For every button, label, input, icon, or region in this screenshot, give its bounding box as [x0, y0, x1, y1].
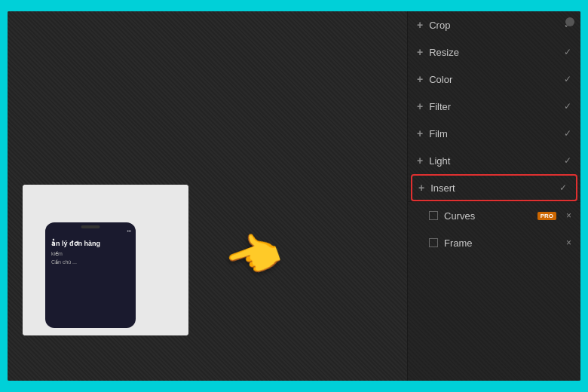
plus-icon-film: + — [417, 127, 423, 139]
item-label-color: Color — [429, 74, 571, 85]
hand-pointer-icon: 👉 — [219, 221, 290, 290]
plus-icon-color: + — [417, 73, 423, 85]
plus-icon-filter: + — [417, 100, 423, 112]
close-icon-curves[interactable]: × — [566, 210, 571, 221]
pro-badge-curves: PRO — [537, 212, 556, 220]
panel-item-curves[interactable]: Curves PRO × — [408, 202, 580, 229]
window-controls — [565, 17, 574, 26]
panel-item-light[interactable]: + Light ✓ — [408, 147, 580, 174]
panel-item-filter[interactable]: + Filter ✓ — [408, 93, 580, 120]
close-icon-frame[interactable]: × — [566, 237, 571, 248]
check-icon-insert: ✓ — [559, 182, 567, 193]
check-icon-resize: ✓ — [564, 47, 571, 57]
phone-text-large: ản lý đơn hàng — [51, 240, 130, 249]
panel-item-crop[interactable]: + Crop ✓ — [408, 11, 580, 38]
checkbox-curves[interactable] — [429, 211, 438, 220]
canvas-area[interactable]: ▪▪▪ ản lý đơn hàng kiềm Cần chú ... 👉 — [8, 11, 407, 381]
phone-text-bottom: Cần chú ... — [51, 259, 130, 265]
phone-status-bar: ▪▪▪ — [127, 228, 131, 233]
right-panel: + Crop ✓ + Resize ✓ + Color ✓ + Filter ✓ — [407, 11, 580, 381]
item-label-filter: Filter — [429, 101, 571, 112]
plus-icon-insert: + — [418, 182, 424, 194]
phone-screen: ▪▪▪ ản lý đơn hàng kiềm Cần chú ... — [45, 222, 136, 328]
panel-item-resize[interactable]: + Resize ✓ — [408, 38, 580, 66]
check-icon-color: ✓ — [564, 74, 571, 84]
outer-frame: ▪▪▪ ản lý đơn hàng kiềm Cần chú ... 👉 + … — [0, 0, 588, 392]
check-icon-light: ✓ — [564, 155, 571, 166]
plus-icon-light: + — [417, 155, 423, 167]
item-label-insert: Insert — [430, 182, 570, 194]
item-label-light: Light — [429, 155, 571, 167]
plus-icon: + — [417, 19, 423, 31]
app-window: ▪▪▪ ản lý đơn hàng kiềm Cần chú ... 👉 + … — [8, 11, 580, 381]
plus-icon-resize: + — [417, 46, 423, 58]
item-label-crop: Crop — [429, 20, 571, 31]
panel-item-insert[interactable]: + Insert ✓ — [411, 174, 577, 201]
panel-item-color[interactable]: + Color ✓ — [408, 66, 580, 93]
item-label-resize: Resize — [429, 47, 571, 58]
photo-canvas: ▪▪▪ ản lý đơn hàng kiềm Cần chú ... — [23, 185, 188, 335]
panel-item-film[interactable]: + Film ✓ — [408, 120, 580, 147]
item-label-curves: Curves — [444, 210, 537, 222]
window-btn-1[interactable] — [565, 17, 574, 26]
check-icon-film: ✓ — [564, 128, 571, 139]
item-label-film: Film — [429, 128, 571, 139]
checkbox-frame[interactable] — [429, 238, 438, 247]
check-icon-filter: ✓ — [564, 101, 571, 112]
panel-item-frame[interactable]: Frame × — [408, 229, 580, 256]
item-label-frame: Frame — [444, 237, 571, 249]
phone-text-small: kiềm — [51, 251, 130, 257]
phone-mockup: ▪▪▪ ản lý đơn hàng kiềm Cần chú ... — [23, 185, 188, 335]
